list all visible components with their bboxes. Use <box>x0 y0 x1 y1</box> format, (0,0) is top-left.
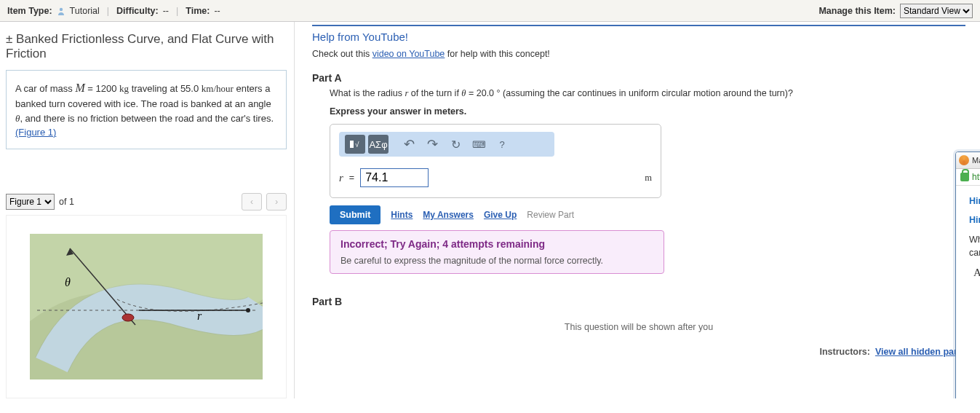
eq-lhs: r <box>339 172 343 184</box>
feedback-box: Incorrect; Try Again; 4 attempts remaini… <box>330 230 664 274</box>
answer-input[interactable] <box>360 168 429 187</box>
figure-link[interactable]: (Figure 1) <box>15 127 56 138</box>
popup-urlbar[interactable]: https://session.masteringphysics.com/myc… <box>956 169 980 186</box>
eq-op: = <box>349 173 354 183</box>
svg-text:θ: θ <box>65 276 71 288</box>
hint-popup-window: MasteringPhysics: Walker, Physics 5e Dem… <box>955 152 980 398</box>
problem-panel: ± Banked Frictionless Curve, and Flat Cu… <box>0 22 295 398</box>
time-value: -- <box>214 6 220 16</box>
popup-body[interactable]: Hint 1. How to approach the problem (cli… <box>956 186 980 398</box>
submit-button[interactable]: Submit <box>330 205 381 224</box>
problem-statement: A car of mass M = 1200 kg traveling at 5… <box>6 70 287 149</box>
youtube-header: Help from YouTube! <box>312 31 965 43</box>
review-part-link[interactable]: Review Part <box>527 210 574 220</box>
undo-button[interactable]: ↶ <box>399 135 419 154</box>
fbd-diagrams: A y x n⃗ Mg <box>969 267 980 361</box>
my-answers-link[interactable]: My Answers <box>423 210 474 220</box>
manage-item-label: Manage this Item: <box>818 6 896 16</box>
youtube-link[interactable]: video on YouTube <box>373 49 445 59</box>
problem-title: ± Banked Frictionless Curve, and Flat Cu… <box>6 32 287 61</box>
help-button[interactable]: ? <box>492 135 512 154</box>
answer-box: √ ΑΣφ ↶ ↷ ↻ ⌨ ? r = m <box>330 124 661 198</box>
top-toolbar: Item Type: Tutorial | Difficulty: -- | T… <box>0 0 980 22</box>
figure-of-label: of 1 <box>59 197 74 207</box>
figure-prev-button[interactable]: ‹ <box>242 193 262 211</box>
popup-titlebar[interactable]: MasteringPhysics: Walker, Physics 5e Dem… <box>956 152 980 169</box>
difficulty-value: -- <box>163 6 169 16</box>
svg-text:r: r <box>197 310 202 322</box>
figure-image: θ r <box>6 215 287 398</box>
svg-rect-9 <box>350 141 354 148</box>
hint-2-row[interactable]: Hint 2. Identify the free-body diagram a… <box>969 215 980 225</box>
unit-label: m <box>645 173 652 184</box>
assignment-panel: Help from YouTube! Check out this video … <box>295 22 980 398</box>
part-a-header: Part A <box>312 72 965 84</box>
greek-button[interactable]: ΑΣφ <box>368 135 389 154</box>
hints-link[interactable]: Hints <box>391 210 413 220</box>
popup-title: MasteringPhysics: Walker, Physics 5e Dem… <box>972 156 980 165</box>
instructors-label: Instructors: <box>819 347 869 357</box>
youtube-line: Check out this video on YouTube for help… <box>312 49 965 59</box>
svg-text:√: √ <box>355 141 359 149</box>
hint-2-body: Which of the following diagrams represen… <box>969 234 980 259</box>
keyboard-button[interactable]: ⌨ <box>469 135 489 154</box>
feedback-head: Incorrect; Try Again; 4 attempts remaini… <box>340 238 653 250</box>
part-b-placeholder: This question will be shown after you <box>312 322 965 332</box>
figure-next-button[interactable]: › <box>266 193 287 211</box>
template-button[interactable]: √ <box>345 135 365 154</box>
view-hidden-parts-link[interactable]: View all hidden parts <box>875 347 965 357</box>
svg-point-6 <box>122 314 134 321</box>
part-b-header: Part B <box>312 296 965 307</box>
feedback-body: Be careful to express the magnitude of t… <box>340 256 653 266</box>
give-up-link[interactable]: Give Up <box>484 210 517 220</box>
redo-button[interactable]: ↷ <box>422 135 442 154</box>
item-type-value: Tutorial <box>70 6 100 16</box>
lock-icon <box>960 173 969 181</box>
hint-1-row[interactable]: Hint 1. How to approach the problem (cli… <box>969 196 980 206</box>
figure-select[interactable]: Figure 1 <box>6 194 55 210</box>
equation-toolbar: √ ΑΣφ ↶ ↷ ↻ ⌨ ? <box>339 132 554 157</box>
item-type-label: Item Type: <box>7 6 52 16</box>
reset-button[interactable]: ↻ <box>445 135 466 154</box>
part-a-instruction: Express your answer in meters. <box>330 106 965 117</box>
person-icon <box>57 7 65 15</box>
svg-point-0 <box>59 7 62 10</box>
part-a-question: What is the radius r of the turn if θ = … <box>330 88 965 99</box>
time-label: Time: <box>186 6 210 16</box>
view-select[interactable]: Standard View <box>900 4 973 18</box>
difficulty-label: Difficulty: <box>116 6 159 16</box>
popup-favicon <box>959 155 969 165</box>
